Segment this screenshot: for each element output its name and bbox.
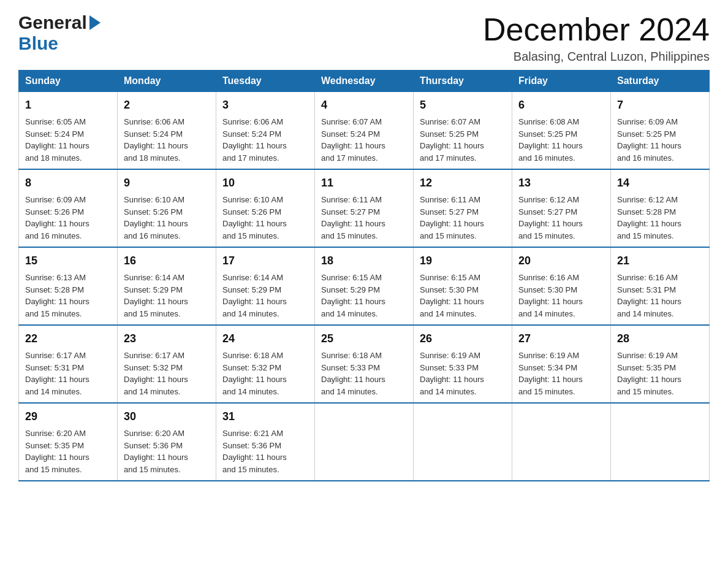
day-info: Sunrise: 6:16 AMSunset: 5:30 PMDaylight:…	[518, 273, 583, 318]
calendar-day-header: Friday	[512, 71, 611, 92]
day-number: 14	[617, 175, 703, 191]
location-subtitle: Balasing, Central Luzon, Philippines	[483, 50, 710, 64]
calendar-cell: 20 Sunrise: 6:16 AMSunset: 5:30 PMDaylig…	[512, 247, 611, 325]
calendar-cell	[611, 403, 710, 481]
day-info: Sunrise: 6:07 AMSunset: 5:24 PMDaylight:…	[321, 117, 385, 163]
calendar-cell: 10 Sunrise: 6:10 AMSunset: 5:26 PMDaylig…	[216, 169, 315, 247]
day-number: 7	[617, 97, 703, 113]
day-number: 13	[518, 175, 604, 191]
day-number: 23	[124, 331, 210, 347]
calendar-day-header: Saturday	[611, 71, 710, 92]
day-info: Sunrise: 6:18 AMSunset: 5:32 PMDaylight:…	[222, 351, 287, 396]
calendar-header-row: SundayMondayTuesdayWednesdayThursdayFrid…	[19, 71, 710, 92]
calendar-cell: 1 Sunrise: 6:05 AMSunset: 5:24 PMDayligh…	[19, 92, 118, 170]
calendar-cell: 31 Sunrise: 6:21 AMSunset: 5:36 PMDaylig…	[216, 403, 315, 481]
calendar-cell: 3 Sunrise: 6:06 AMSunset: 5:24 PMDayligh…	[216, 92, 315, 170]
day-info: Sunrise: 6:20 AMSunset: 5:36 PMDaylight:…	[124, 429, 188, 474]
calendar-cell: 2 Sunrise: 6:06 AMSunset: 5:24 PMDayligh…	[118, 92, 216, 170]
day-number: 17	[222, 253, 308, 269]
day-number: 29	[25, 408, 111, 425]
day-info: Sunrise: 6:08 AMSunset: 5:25 PMDaylight:…	[518, 117, 583, 163]
day-number: 6	[518, 97, 604, 113]
logo: General Blue	[18, 12, 100, 54]
day-info: Sunrise: 6:17 AMSunset: 5:32 PMDaylight:…	[124, 351, 188, 396]
calendar-cell: 30 Sunrise: 6:20 AMSunset: 5:36 PMDaylig…	[118, 403, 216, 481]
calendar-cell: 22 Sunrise: 6:17 AMSunset: 5:31 PMDaylig…	[19, 325, 118, 403]
calendar-cell: 7 Sunrise: 6:09 AMSunset: 5:25 PMDayligh…	[611, 92, 710, 170]
day-info: Sunrise: 6:05 AMSunset: 5:24 PMDaylight:…	[25, 117, 89, 163]
calendar-week-row: 15 Sunrise: 6:13 AMSunset: 5:28 PMDaylig…	[19, 247, 710, 325]
day-info: Sunrise: 6:15 AMSunset: 5:29 PMDaylight:…	[321, 273, 385, 318]
calendar-cell: 29 Sunrise: 6:20 AMSunset: 5:35 PMDaylig…	[19, 403, 118, 481]
calendar-table: SundayMondayTuesdayWednesdayThursdayFrid…	[18, 70, 710, 481]
day-number: 8	[25, 175, 111, 191]
day-info: Sunrise: 6:11 AMSunset: 5:27 PMDaylight:…	[321, 195, 385, 240]
calendar-cell: 11 Sunrise: 6:11 AMSunset: 5:27 PMDaylig…	[315, 169, 414, 247]
day-info: Sunrise: 6:18 AMSunset: 5:33 PMDaylight:…	[321, 351, 385, 396]
calendar-cell: 21 Sunrise: 6:16 AMSunset: 5:31 PMDaylig…	[611, 247, 710, 325]
day-info: Sunrise: 6:07 AMSunset: 5:25 PMDaylight:…	[420, 117, 484, 163]
day-info: Sunrise: 6:15 AMSunset: 5:30 PMDaylight:…	[420, 273, 484, 318]
calendar-day-header: Thursday	[414, 71, 512, 92]
calendar-cell: 8 Sunrise: 6:09 AMSunset: 5:26 PMDayligh…	[19, 169, 118, 247]
day-info: Sunrise: 6:06 AMSunset: 5:24 PMDaylight:…	[222, 117, 287, 163]
day-number: 1	[25, 97, 111, 113]
calendar-cell: 17 Sunrise: 6:14 AMSunset: 5:29 PMDaylig…	[216, 247, 315, 325]
calendar-day-header: Tuesday	[216, 71, 315, 92]
day-info: Sunrise: 6:06 AMSunset: 5:24 PMDaylight:…	[124, 117, 188, 163]
day-number: 26	[420, 331, 506, 347]
title-section: December 2024 Balasing, Central Luzon, P…	[483, 12, 710, 64]
calendar-cell: 24 Sunrise: 6:18 AMSunset: 5:32 PMDaylig…	[216, 325, 315, 403]
day-number: 22	[25, 331, 111, 347]
day-number: 27	[518, 331, 604, 347]
day-info: Sunrise: 6:13 AMSunset: 5:28 PMDaylight:…	[25, 273, 89, 318]
day-info: Sunrise: 6:19 AMSunset: 5:33 PMDaylight:…	[420, 351, 484, 396]
day-info: Sunrise: 6:09 AMSunset: 5:26 PMDaylight:…	[25, 195, 89, 240]
calendar-week-row: 1 Sunrise: 6:05 AMSunset: 5:24 PMDayligh…	[19, 92, 710, 170]
calendar-day-header: Wednesday	[315, 71, 414, 92]
day-info: Sunrise: 6:20 AMSunset: 5:35 PMDaylight:…	[25, 429, 89, 474]
day-number: 30	[124, 408, 210, 425]
day-info: Sunrise: 6:19 AMSunset: 5:34 PMDaylight:…	[518, 351, 583, 396]
calendar-week-row: 8 Sunrise: 6:09 AMSunset: 5:26 PMDayligh…	[19, 169, 710, 247]
day-info: Sunrise: 6:11 AMSunset: 5:27 PMDaylight:…	[420, 195, 484, 240]
day-number: 10	[222, 175, 308, 191]
calendar-cell: 4 Sunrise: 6:07 AMSunset: 5:24 PMDayligh…	[315, 92, 414, 170]
day-number: 16	[124, 253, 210, 269]
calendar-cell: 25 Sunrise: 6:18 AMSunset: 5:33 PMDaylig…	[315, 325, 414, 403]
day-number: 9	[124, 175, 210, 191]
day-number: 15	[25, 253, 111, 269]
page-header: General Blue December 2024 Balasing, Cen…	[18, 12, 710, 64]
calendar-cell: 9 Sunrise: 6:10 AMSunset: 5:26 PMDayligh…	[118, 169, 216, 247]
calendar-cell	[315, 403, 414, 481]
day-info: Sunrise: 6:21 AMSunset: 5:36 PMDaylight:…	[222, 429, 287, 474]
calendar-cell: 27 Sunrise: 6:19 AMSunset: 5:34 PMDaylig…	[512, 325, 611, 403]
day-number: 24	[222, 331, 308, 347]
calendar-cell: 23 Sunrise: 6:17 AMSunset: 5:32 PMDaylig…	[118, 325, 216, 403]
calendar-cell: 6 Sunrise: 6:08 AMSunset: 5:25 PMDayligh…	[512, 92, 611, 170]
calendar-cell: 26 Sunrise: 6:19 AMSunset: 5:33 PMDaylig…	[414, 325, 512, 403]
day-info: Sunrise: 6:17 AMSunset: 5:31 PMDaylight:…	[25, 351, 89, 396]
day-number: 3	[222, 97, 308, 113]
calendar-cell: 19 Sunrise: 6:15 AMSunset: 5:30 PMDaylig…	[414, 247, 512, 325]
day-number: 31	[222, 408, 308, 425]
day-number: 20	[518, 253, 604, 269]
calendar-cell: 13 Sunrise: 6:12 AMSunset: 5:27 PMDaylig…	[512, 169, 611, 247]
calendar-cell: 15 Sunrise: 6:13 AMSunset: 5:28 PMDaylig…	[19, 247, 118, 325]
day-number: 25	[321, 331, 407, 347]
logo-general: General	[18, 12, 87, 33]
day-number: 4	[321, 97, 407, 113]
calendar-cell	[414, 403, 512, 481]
day-info: Sunrise: 6:10 AMSunset: 5:26 PMDaylight:…	[222, 195, 287, 240]
day-number: 19	[420, 253, 506, 269]
day-number: 2	[124, 97, 210, 113]
day-number: 21	[617, 253, 703, 269]
day-info: Sunrise: 6:16 AMSunset: 5:31 PMDaylight:…	[617, 273, 681, 318]
logo-arrow-icon	[89, 15, 100, 30]
day-info: Sunrise: 6:10 AMSunset: 5:26 PMDaylight:…	[124, 195, 188, 240]
calendar-cell	[512, 403, 611, 481]
calendar-day-header: Monday	[118, 71, 216, 92]
day-number: 28	[617, 331, 703, 347]
month-title: December 2024	[483, 12, 710, 47]
day-info: Sunrise: 6:09 AMSunset: 5:25 PMDaylight:…	[617, 117, 681, 163]
